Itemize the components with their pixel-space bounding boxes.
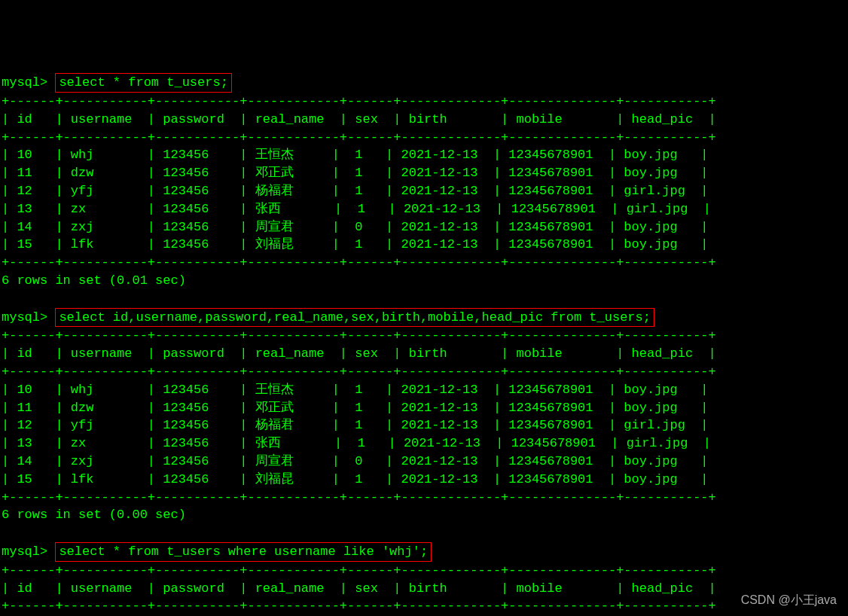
- sql-command-1[interactable]: select * from t_users;: [55, 73, 231, 93]
- terminal-output: mysql> select * from t_users; +------+--…: [2, 73, 846, 616]
- table-border: +------+-----------+-----------+--------…: [2, 490, 716, 505]
- table-row: | 11 | dzw | 123456 | 邓正武 | 1 | 2021-12-…: [2, 166, 709, 180]
- table-border: +------+-----------+-----------+--------…: [2, 130, 716, 145]
- result-message: 6 rows in set (0.01 sec): [2, 273, 186, 288]
- mysql-prompt: mysql>: [2, 310, 47, 325]
- table-border: +------+-----------+-----------+--------…: [2, 364, 716, 379]
- table-row: | 11 | dzw | 123456 | 邓正武 | 1 | 2021-12-…: [2, 401, 709, 415]
- table-border: +------+-----------+-----------+--------…: [2, 94, 716, 108]
- sql-command-2[interactable]: select id,username,password,real_name,se…: [55, 308, 654, 328]
- table-border: +------+-----------+-----------+--------…: [2, 599, 716, 613]
- sql-command-3[interactable]: select * from t_users where username lik…: [55, 542, 432, 562]
- table-row: | 15 | lfk | 123456 | 刘福昆 | 1 | 2021-12-…: [2, 237, 709, 252]
- table-row: | 10 | whj | 123456 | 王恒杰 | 1 | 2021-12-…: [2, 383, 709, 397]
- result-message: 6 rows in set (0.00 sec): [2, 508, 186, 522]
- table-border: +------+-----------+-----------+--------…: [2, 255, 716, 270]
- watermark: CSDN @小王java: [741, 592, 837, 608]
- table-row: | 13 | zx | 123456 | 张西 | 1 | 2021-12-13…: [2, 202, 711, 216]
- table-border: +------+-----------+-----------+--------…: [2, 328, 716, 343]
- mysql-prompt: mysql>: [2, 75, 47, 90]
- table-row: | 15 | lfk | 123456 | 刘福昆 | 1 | 2021-12-…: [2, 472, 709, 486]
- mysql-prompt: mysql>: [2, 544, 47, 559]
- table-row: | 14 | zxj | 123456 | 周宣君 | 0 | 2021-12-…: [2, 220, 709, 234]
- table-row: | 14 | zxj | 123456 | 周宣君 | 0 | 2021-12-…: [2, 454, 709, 468]
- table-row: | 12 | yfj | 123456 | 杨福君 | 1 | 2021-12-…: [2, 418, 709, 432]
- table-row: | 13 | zx | 123456 | 张西 | 1 | 2021-12-13…: [2, 436, 711, 450]
- table-row: | 12 | yfj | 123456 | 杨福君 | 1 | 2021-12-…: [2, 184, 709, 198]
- table-header: | id | username | password | real_name |…: [2, 581, 716, 596]
- table-header: | id | username | password | real_name |…: [2, 346, 716, 361]
- table-header: | id | username | password | real_name |…: [2, 112, 716, 127]
- table-row: | 10 | whj | 123456 | 王恒杰 | 1 | 2021-12-…: [2, 148, 709, 162]
- table-border: +------+-----------+-----------+--------…: [2, 563, 716, 578]
